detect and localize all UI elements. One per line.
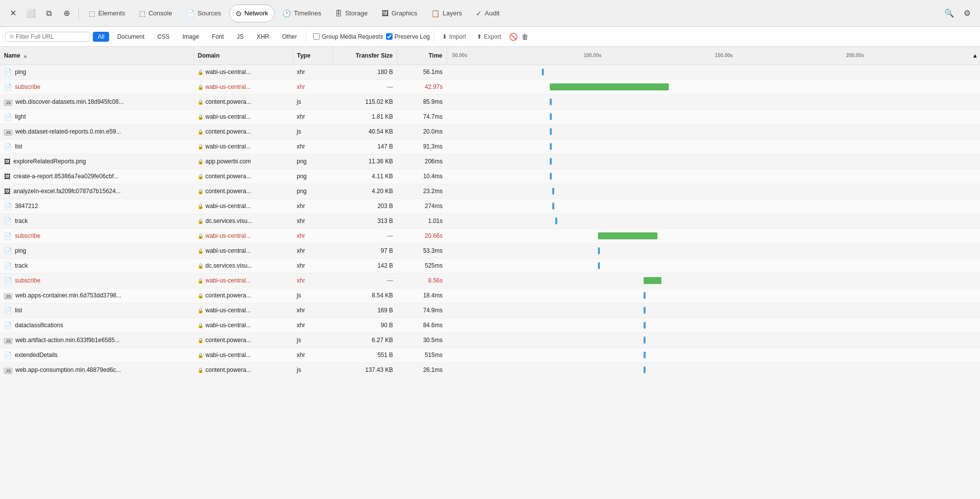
cell-waterfall (447, 258, 980, 273)
group-media-checkbox[interactable] (313, 33, 320, 40)
undock-button[interactable]: ⧉ (41, 5, 57, 21)
table-row[interactable]: 📄extendedDetails🔒wabi-us-central...xhr55… (0, 348, 980, 362)
filter-css[interactable]: CSS (152, 32, 175, 42)
time-text: 1.01s (428, 217, 443, 224)
waterfall-bar-blue (644, 292, 646, 299)
filter-js[interactable]: JS (232, 32, 249, 42)
cell-waterfall (447, 199, 980, 214)
table-row[interactable]: JSweb.artifact-action.min.633f9b1e6585..… (0, 333, 980, 348)
filter-font[interactable]: Font (207, 32, 229, 42)
tab-audit[interactable]: ✓ Audit (470, 4, 506, 22)
tab-graphics[interactable]: 🖼 Graphics (376, 4, 423, 22)
table-row[interactable]: JSweb.app-consumption.min.48879ed6c...🔒c… (0, 362, 980, 377)
export-button[interactable]: ⬆ Export (473, 32, 505, 42)
cell-domain: 🔒content.powera... (194, 333, 293, 348)
inspect-button[interactable]: ⊕ (59, 5, 74, 21)
table-row[interactable]: 📄ping🔒wabi-us-central...xhr180 B56.1ms (0, 65, 980, 79)
dock-button[interactable]: ⬜ (23, 5, 39, 21)
tab-elements[interactable]: ⬚ Elements (83, 4, 131, 22)
waterfall-bar-blue (644, 337, 646, 344)
divider (78, 7, 79, 19)
cell-domain: 🔒wabi-us-central... (194, 79, 293, 94)
table-row[interactable]: 🖼analyzeIn-excel.fa209fc0787d7b15624...🔒… (0, 184, 980, 199)
type-text: xhr (297, 262, 305, 269)
size-text: 142 B (378, 262, 393, 269)
file-icon: 📄 (4, 69, 12, 76)
collapse-icon[interactable]: ▲ (972, 52, 978, 59)
file-name: web.artifact-action.min.633f9b1e6585... (15, 337, 120, 344)
cell-name: JSweb.discover-datasets.min.18d945fc08..… (0, 94, 194, 109)
time-text: 18.4ms (423, 292, 443, 299)
table-row[interactable]: 📄light🔒wabi-us-central...xhr1.81 KB74.7m… (0, 109, 980, 124)
table-row[interactable]: 📄ping🔒wabi-us-central...xhr97 B53.3ms (0, 243, 980, 258)
settings-button[interactable]: ⚙ (959, 5, 975, 21)
network-icon: ⊙ (236, 9, 242, 17)
cell-time: 85.9ms (397, 94, 447, 109)
size-text: 137.43 KB (365, 366, 393, 373)
col-header-size[interactable]: Transfer Size (332, 47, 397, 65)
table-row[interactable]: 📄3847212🔒wabi-us-central...xhr203 B274ms (0, 199, 980, 214)
cell-waterfall (447, 362, 980, 377)
filter-all[interactable]: All (93, 32, 109, 42)
table-row[interactable]: 📄list🔒wabi-us-central...xhr169 B74.9ms (0, 303, 980, 318)
type-text: xhr (297, 277, 305, 284)
tab-label: Sources (197, 9, 221, 17)
cell-name: JSweb.apps-container.min.6d753dd3798... (0, 288, 194, 303)
export-label: Export (484, 33, 501, 40)
file-name: track (15, 217, 28, 224)
file-icon: 🖼 (4, 188, 10, 195)
table-row[interactable]: 📄dataclassifications🔒wabi-us-central...x… (0, 318, 980, 333)
table-row[interactable]: JSweb.discover-datasets.min.18d945fc08..… (0, 94, 980, 109)
table-row[interactable]: 📄subscribe🔒wabi-us-central...xhr—8.56s (0, 273, 980, 288)
type-text: js (297, 337, 301, 344)
tab-layers[interactable]: 📋 Layers (425, 4, 468, 22)
table-row[interactable]: 📄track🔒dc.services.visu...xhr313 B1.01s (0, 214, 980, 228)
close-button[interactable]: ✕ (5, 5, 21, 21)
preserve-log-checkbox[interactable] (386, 33, 392, 40)
filter-xhr[interactable]: XHR (252, 32, 274, 42)
size-text: 90 B (381, 322, 393, 329)
import-button[interactable]: ⬇ Import (438, 32, 470, 42)
tab-storage[interactable]: 🗄 Storage (329, 4, 374, 22)
search-button[interactable]: 🔍 (941, 5, 957, 21)
time-text: 56.1ms (423, 69, 443, 75)
table-row[interactable]: 🖼create-a-report.85386a7ea029fe06cbf...🔒… (0, 169, 980, 184)
tab-console[interactable]: ⬚ Console (133, 4, 178, 22)
table-row[interactable]: JSweb.dataset-related-reports.0.min.e59.… (0, 124, 980, 139)
filter-document[interactable]: Document (112, 32, 149, 42)
col-header-name[interactable]: Name ▲ (0, 47, 194, 65)
cell-domain: 🔒wabi-us-central... (194, 303, 293, 318)
size-text: 6.27 KB (372, 337, 393, 344)
type-text: xhr (297, 69, 305, 75)
cell-waterfall (447, 303, 980, 318)
cell-waterfall (447, 228, 980, 243)
table-row[interactable]: 🖼exploreRelatedReports.png🔒app.powerbi.c… (0, 154, 980, 169)
cell-time: 91.3ms (397, 139, 447, 154)
clear-icon[interactable]: 🚫 (509, 33, 518, 41)
cell-time: 42.97s (397, 79, 447, 94)
filter-image[interactable]: Image (178, 32, 204, 42)
tab-sources[interactable]: 📄 Sources (180, 4, 227, 22)
cell-time: 53.3ms (397, 243, 447, 258)
col-header-time[interactable]: Time (397, 47, 447, 65)
domain-text: wabi-us-central... (205, 352, 251, 358)
cell-size: — (332, 273, 397, 288)
cell-type: xhr (293, 109, 332, 124)
cell-name: 🖼exploreRelatedReports.png (0, 154, 194, 169)
tab-network[interactable]: ⊙ Network (229, 4, 275, 22)
filter-other[interactable]: Other (277, 32, 302, 42)
table-row[interactable]: 📄track🔒dc.services.visu...xhr142 B525ms (0, 258, 980, 273)
trash-icon[interactable]: 🗑 (522, 33, 528, 41)
filter-input[interactable] (16, 33, 85, 40)
table-row[interactable]: 📄subscribe🔒wabi-us-central...xhr—20.66s (0, 228, 980, 243)
table-row[interactable]: 📄list🔒wabi-us-central...xhr147 B91.3ms (0, 139, 980, 154)
type-text: png (297, 173, 307, 180)
file-icon: JS (4, 128, 12, 136)
file-icon: 📄 (4, 143, 12, 150)
col-header-domain[interactable]: Domain (194, 47, 293, 65)
cell-name: 📄extendedDetails (0, 348, 194, 362)
tab-timelines[interactable]: 🕐 Timelines (276, 4, 327, 22)
table-row[interactable]: 📄subscribe🔒wabi-us-central...xhr—42.97s (0, 79, 980, 94)
table-row[interactable]: JSweb.apps-container.min.6d753dd3798...🔒… (0, 288, 980, 303)
col-header-type[interactable]: Type (293, 47, 332, 65)
